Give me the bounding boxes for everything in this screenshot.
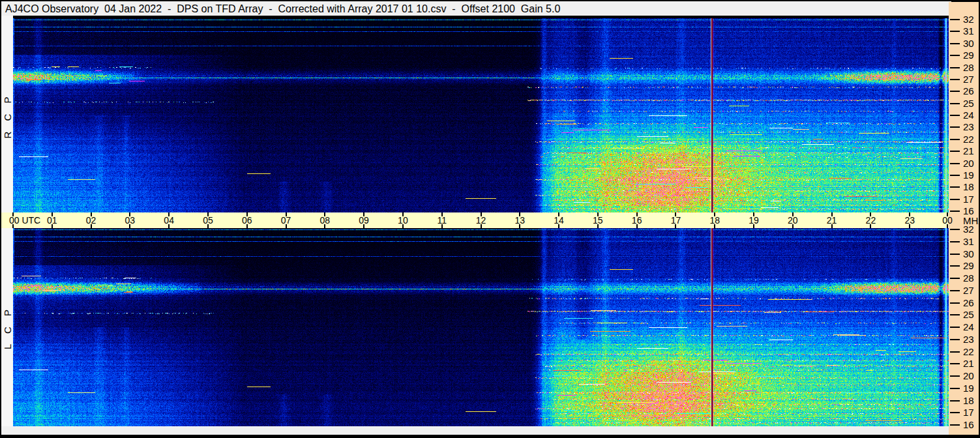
freq-tick-label: 17: [963, 194, 974, 205]
time-tick-label: 14: [546, 216, 572, 225]
freq-tick-mark: [950, 363, 960, 364]
time-tick-label: 05: [195, 216, 221, 225]
freq-tick-mark: [950, 43, 960, 44]
freq-tick-mark: [950, 79, 960, 80]
freq-tick-mark: [950, 139, 960, 140]
freq-tick-label: 28: [963, 63, 974, 73]
freq-tick-label: 26: [963, 298, 974, 308]
freq-tick-label: 17: [963, 407, 974, 418]
time-tick-label: 23: [897, 216, 923, 225]
freq-tick-label: 23: [963, 334, 974, 345]
freq-tick-mark: [950, 290, 960, 291]
time-tick-label: 00: [934, 216, 960, 225]
freq-tick-label: 20: [963, 158, 974, 169]
freq-tick-label: 23: [963, 122, 974, 132]
rcp-spectrogram-canvas: [13, 18, 949, 212]
freq-tick-label: 19: [963, 383, 974, 394]
time-tick-label: 20: [780, 216, 806, 225]
freq-tick-label: 27: [963, 285, 974, 296]
time-tick-label: 10: [390, 216, 416, 225]
freq-tick-label: 21: [963, 146, 974, 156]
freq-tick-label: 20: [963, 371, 974, 381]
freq-tick-mark: [950, 163, 960, 164]
time-tick-label: 21: [819, 216, 845, 225]
time-tick-label: 15: [585, 216, 611, 225]
freq-tick-mark: [950, 175, 960, 176]
window-title: AJ4CO Observatory 04 Jan 2022 - DPS on T…: [1, 1, 951, 16]
time-tick-label: 03: [117, 216, 143, 225]
freq-tick-label: 25: [963, 310, 974, 320]
freq-tick-label: 29: [963, 261, 974, 271]
freq-tick-label: 16: [963, 420, 974, 430]
freq-tick-label: 18: [963, 396, 974, 406]
time-tick-label: 11: [429, 216, 455, 225]
freq-tick-label: 28: [963, 273, 974, 284]
freq-tick-label: 24: [963, 322, 974, 332]
freq-tick-label: 31: [963, 26, 974, 36]
freq-tick-label: 32: [963, 14, 974, 25]
freq-tick-label: 22: [963, 347, 974, 357]
freq-tick-label: 29: [963, 50, 974, 61]
freq-tick-mark: [950, 412, 960, 413]
freq-tick-mark: [950, 67, 960, 68]
time-tick-label: 17: [662, 216, 689, 225]
freq-tick-label: 24: [963, 110, 974, 121]
time-tick-label: 13: [507, 216, 533, 225]
time-tick-label: 18: [702, 216, 728, 225]
app-window: AJ4CO Observatory 04 Jan 2022 - DPS on T…: [0, 0, 980, 438]
time-tick-label: 07: [273, 216, 299, 225]
time-tick-label: 06: [234, 216, 260, 225]
freq-tick-mark: [950, 241, 960, 242]
freq-tick-mark: [950, 375, 960, 377]
time-tick-label: 16: [624, 216, 650, 225]
freq-tick-mark: [950, 302, 960, 304]
freq-tick-mark: [950, 211, 960, 212]
time-tick-label: 09: [351, 216, 377, 225]
freq-tick-label: 30: [963, 38, 974, 49]
lcp-panel-label: L C P: [1, 228, 13, 426]
freq-tick-label: 21: [963, 358, 974, 369]
freq-tick-mark: [950, 424, 960, 426]
freq-tick-mark: [950, 314, 960, 315]
freq-tick-mark: [950, 91, 960, 92]
freq-tick-mark: [950, 351, 960, 353]
freq-tick-mark: [950, 278, 960, 279]
freq-tick-mark: [950, 400, 960, 402]
freq-tick-mark: [950, 19, 960, 20]
freq-tick-mark: [950, 151, 960, 152]
freq-tick-label: 30: [963, 249, 974, 259]
time-tick-label: 22: [857, 216, 883, 225]
freq-tick-mark: [950, 31, 960, 32]
rcp-panel-label: R C P: [1, 18, 13, 212]
time-tick-label: 04: [156, 216, 182, 225]
freq-tick-label: 31: [963, 237, 974, 247]
freq-tick-mark: [950, 103, 960, 104]
freq-tick-label: 19: [963, 170, 974, 181]
freq-tick-mark: [950, 229, 960, 230]
freq-tick-label: 27: [963, 74, 974, 85]
freq-tick-mark: [950, 388, 960, 389]
freq-tick-mark: [950, 115, 960, 116]
freq-tick-label: 22: [963, 134, 974, 145]
freq-tick-mark: [950, 55, 960, 56]
time-tick-label: 02: [78, 216, 104, 225]
freq-tick-mark: [950, 339, 960, 340]
freq-tick-label: 18: [963, 182, 974, 192]
time-tick-label: 08: [312, 216, 338, 225]
footer-strip: [1, 426, 949, 435]
freq-tick-mark: [950, 126, 960, 128]
freq-tick-label: 26: [963, 86, 974, 96]
freq-tick-mark: [950, 265, 960, 267]
mhz-unit-label: MHz: [963, 215, 980, 226]
freq-tick-mark: [950, 254, 960, 255]
time-tick-label: 01: [39, 216, 65, 225]
time-tick-label: 12: [468, 216, 494, 225]
freq-tick-mark: [950, 327, 960, 328]
lcp-spectrogram-canvas: [13, 228, 949, 426]
freq-tick-label: 25: [963, 98, 974, 109]
time-tick-label: 19: [741, 216, 767, 225]
freq-tick-mark: [950, 199, 960, 200]
freq-tick-mark: [950, 186, 960, 188]
